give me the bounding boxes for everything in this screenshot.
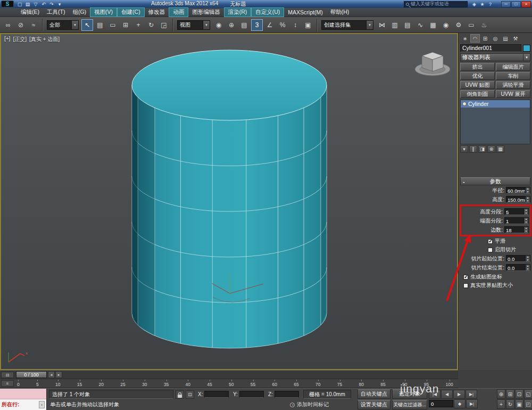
redo-icon[interactable]: ↷ [48,1,55,7]
show-end-result-icon[interactable]: ∥ [469,145,477,153]
modifier-stack-item[interactable]: Cylinder [461,100,530,108]
open-file-icon[interactable]: ▤ [24,1,31,7]
selection-lock-toggle[interactable] [176,390,184,399]
menu-item[interactable]: MAXScript(M) [284,9,326,16]
modifier-button[interactable]: 编辑面片 [496,63,530,71]
infocenter-exchange-icon[interactable]: ◈ [471,1,478,7]
open-mini-curve-editor-button[interactable]: ⊟ [1,372,14,378]
maximize-button[interactable]: □ [511,1,521,7]
parameter-field[interactable]: 18 [504,226,529,233]
tab-create-icon[interactable]: ∗ [460,34,470,43]
orbit-icon[interactable]: ↻ [506,399,514,409]
tab-hierarchy-icon[interactable]: ⊞ [480,34,490,43]
select-object-icon[interactable]: ↖ [81,19,93,31]
schematic-view-icon[interactable]: ▦ [427,19,439,31]
select-by-name-icon[interactable]: ▤ [94,19,106,31]
infocenter-help-icon[interactable]: ? [487,1,494,7]
viewport-layout-icon[interactable]: ◰ [524,399,532,409]
spinner[interactable] [525,187,530,193]
spinner[interactable] [523,209,528,215]
auto-key-button[interactable]: 自动关键点 [358,389,390,399]
keyboard-shortcut-override-icon[interactable]: ▤ [238,19,250,31]
infocenter-favorites-icon[interactable]: ★ [479,1,486,7]
search-input[interactable]: 键入关键字或短语 [404,1,468,7]
manage-layers-icon[interactable]: ▤ [402,19,413,31]
pan-icon[interactable]: + [497,399,505,409]
named-selection-set-dropdown[interactable]: 创建选择集 [321,20,373,30]
make-unique-icon[interactable]: ◨ [478,145,486,153]
viewport-canvas[interactable]: x [1,34,457,368]
remove-modifier-icon[interactable]: ⊗ [487,145,495,153]
parameter-field[interactable]: 150.0mm [506,196,530,203]
rectangular-selection-region-icon[interactable]: ▭ [107,19,119,31]
mirror-icon[interactable]: ⋈ [376,19,388,31]
view-cube[interactable] [415,52,450,76]
menu-item[interactable]: 帮助(H) [327,8,353,17]
modifier-button[interactable]: 倒角剖面 [460,90,495,98]
close-button[interactable]: × [521,1,531,7]
rollout-header[interactable]: - 参数 [460,177,530,185]
select-and-move-icon[interactable]: + [132,19,144,31]
select-and-rotate-icon[interactable]: ↻ [145,19,157,31]
time-slider-track[interactable]: ⊟ 0 / 100 ◂ ▸ [0,370,458,379]
checkbox-row[interactable]: 启用切片 [488,246,530,253]
viewport[interactable]: [+] [正交] [真实 + 边面] [0,33,458,370]
play-button[interactable]: ▶ [453,390,465,399]
viewport-pov-menu[interactable]: [正交] [13,36,27,43]
checkbox[interactable] [463,275,468,280]
menu-item[interactable]: 组(G) [69,8,90,17]
reference-coordinate-dropdown[interactable]: 视图 [177,20,210,30]
menu-item[interactable]: 渲染(R) [224,7,252,17]
select-and-link-icon[interactable]: ∞ [2,19,14,31]
absolute-offset-toggle[interactable]: ⊡ [186,390,194,399]
parameter-field[interactable]: 0.0 [506,264,530,271]
viewport-shading-menu[interactable]: [真实 + 边面] [29,36,60,43]
checkbox[interactable] [488,248,493,252]
checkbox-row[interactable]: 平滑 [488,237,530,245]
spinner[interactable] [523,227,528,233]
select-and-scale-icon[interactable]: ◲ [158,19,170,31]
render-setup-icon[interactable]: ⚙ [453,19,464,31]
checkbox-row[interactable]: 真实世界贴图大小 [463,282,530,289]
current-frame-field[interactable]: 0 [429,400,453,407]
render-production-icon[interactable]: ♨ [478,19,490,31]
rendered-frame-window-icon[interactable]: ▭ [466,19,477,31]
next-frame-arrow[interactable]: ▸ [55,371,62,378]
listener-scroll-arrow[interactable]: ‹ [39,401,45,408]
tab-utilities-icon[interactable]: ⚒ [511,34,520,43]
curve-editor-icon[interactable]: ∿ [414,19,426,31]
object-name-field[interactable]: Cylinder001 [460,44,521,52]
snaps-toggle-icon[interactable]: 3 [251,19,263,31]
go-to-end-button[interactable]: ▶| [466,390,477,399]
time-slider-handle[interactable]: 0 / 100 [16,371,47,378]
parameter-field[interactable]: 60.0mm [506,187,530,194]
edit-named-selection-sets-icon[interactable]: ▣ [302,19,314,31]
modifier-button[interactable]: 优化 [460,72,495,80]
selected-object-dropdown[interactable]: 选定对象 [392,389,427,399]
menu-item[interactable]: 工具(T) [43,8,69,17]
menu-item[interactable]: 动画 [169,7,188,17]
track-bar-filter-button[interactable]: ≡ [1,380,14,387]
tab-display-icon[interactable]: ▤ [501,34,510,43]
undo-icon[interactable]: ↶ [40,1,47,7]
zoom-icon[interactable]: ⊕ [497,389,505,399]
spinner[interactable] [525,256,530,261]
modifier-stack[interactable]: Cylinder [460,100,530,144]
parameter-field[interactable]: 0.0 [506,255,530,262]
modifier-list-dropdown[interactable]: 修改器列表 [460,53,530,61]
parameter-field[interactable]: 5 [504,208,529,215]
scripting-row[interactable]: 所在行: ‹ [0,399,46,410]
key-filters-button[interactable]: 关键点过滤器... [392,400,427,409]
macro-recorder-row[interactable] [0,389,46,399]
angle-snap-icon[interactable]: ∠ [264,19,276,31]
spinner-snap-icon[interactable]: ↕ [289,19,301,31]
unlink-selection-icon[interactable]: ⊘ [15,19,27,31]
checkbox[interactable] [463,283,468,288]
spinner[interactable] [525,265,530,270]
go-to-start-button[interactable]: |◀ [429,390,440,399]
z-coordinate-field[interactable] [275,391,299,398]
zoom-all-icon[interactable]: ⊞ [506,389,514,399]
menu-item[interactable]: 视图(V) [90,7,117,17]
set-key-button[interactable]: 设置关键点 [358,400,390,409]
y-coordinate-field[interactable] [239,391,264,398]
